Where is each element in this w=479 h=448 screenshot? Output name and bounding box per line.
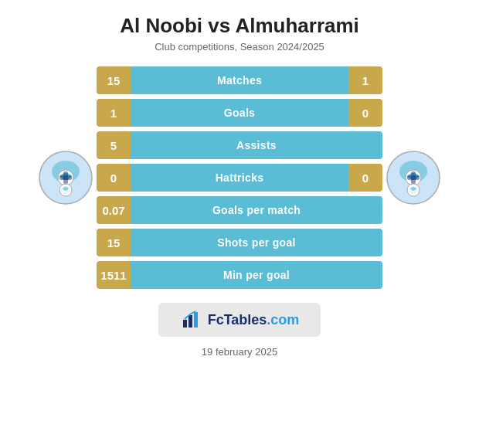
svg-rect-4 — [59, 175, 72, 180]
stat-value-left-assists: 5 — [97, 131, 131, 159]
stat-row-goals: 1Goals0 — [97, 99, 382, 127]
stats-container: 15Matches11Goals05Assists0Hattricks00.07… — [97, 66, 382, 289]
stat-row-assists: 5Assists — [97, 131, 382, 159]
stat-value-left-goals-per-match: 0.07 — [97, 196, 131, 224]
team-logo-left — [35, 147, 97, 209]
page-title: Al Noobi vs Almuharrami — [120, 14, 359, 38]
stat-row-min-per-goal: 1511Min per goal — [97, 261, 382, 289]
stat-row-shots-per-goal: 15Shots per goal — [97, 229, 382, 256]
stat-label-assists: Assists — [236, 139, 277, 151]
svg-rect-16 — [194, 312, 198, 328]
stat-bar-goals-per-match: Goals per match — [131, 196, 382, 224]
page-wrapper: Al Noobi vs Almuharrami Club competition… — [0, 0, 479, 448]
stat-label-hattricks: Hattricks — [216, 171, 264, 184]
stat-row-goals-per-match: 0.07Goals per match — [97, 196, 382, 224]
svg-rect-15 — [189, 315, 192, 328]
stat-label-goals: Goals — [224, 107, 255, 119]
team-logo-right — [382, 147, 444, 209]
stat-label-matches: Matches — [217, 74, 262, 87]
stat-value-left-matches: 15 — [97, 66, 131, 94]
stat-row-hattricks: 0Hattricks0 — [97, 164, 382, 192]
stat-bar-matches: Matches — [131, 66, 348, 94]
stat-label-min-per-goal: Min per goal — [223, 269, 290, 281]
logo-banner-text: FcTables.com — [208, 312, 300, 328]
stat-value-left-shots-per-goal: 15 — [97, 229, 131, 256]
stat-bar-min-per-goal: Min per goal — [131, 261, 382, 289]
stat-value-right-goals: 0 — [348, 99, 382, 127]
svg-rect-14 — [183, 320, 187, 328]
footer-date: 19 february 2025 — [202, 346, 277, 358]
stat-value-right-hattricks: 0 — [348, 164, 382, 192]
stat-value-right-matches: 1 — [348, 66, 382, 94]
svg-rect-11 — [407, 175, 420, 180]
page-subtitle: Club competitions, Season 2024/2025 — [155, 41, 324, 53]
stat-value-left-min-per-goal: 1511 — [97, 261, 131, 289]
stat-value-left-goals: 1 — [97, 99, 131, 127]
stat-label-goals-per-match: Goals per match — [212, 204, 301, 216]
stat-bar-assists: Assists — [131, 131, 382, 159]
stat-label-shots-per-goal: Shots per goal — [217, 236, 295, 249]
stat-bar-hattricks: Hattricks — [131, 164, 348, 192]
stat-row-matches: 15Matches1 — [97, 66, 382, 94]
logo-banner: FcTables.com — [158, 303, 321, 337]
stats-area: 15Matches11Goals05Assists0Hattricks00.07… — [8, 66, 471, 289]
stat-bar-goals: Goals — [131, 99, 348, 127]
fctables-icon — [180, 309, 202, 331]
stat-value-left-hattricks: 0 — [97, 164, 131, 192]
stat-bar-shots-per-goal: Shots per goal — [131, 229, 382, 256]
